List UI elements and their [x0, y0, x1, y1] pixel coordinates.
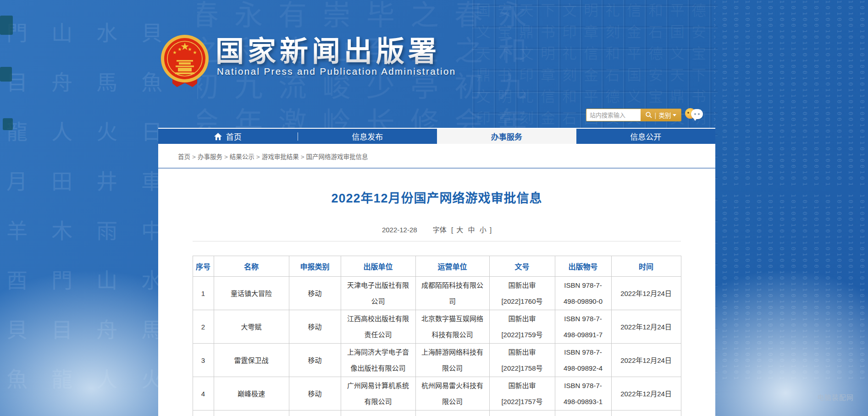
svg-text:★: ★ — [188, 47, 192, 52]
table-cell: 4 — [193, 377, 214, 411]
nav-tab-label: 办事服务 — [491, 131, 522, 142]
nav-tab-label: 首页 — [226, 131, 242, 142]
column-header: 名称 — [214, 256, 289, 277]
column-header: 出版单位 — [341, 256, 415, 277]
search-divider: | — [655, 112, 657, 119]
meta-divider — [193, 241, 681, 241]
national-emblem-icon: ★ ★ ★ ★ ★ — [159, 35, 210, 90]
font-size-large-button[interactable]: 大 — [456, 226, 463, 234]
watermark: 电脑装配网 — [817, 392, 854, 402]
nav-tab-home[interactable]: 首页 — [158, 129, 298, 144]
search-input[interactable] — [586, 109, 641, 121]
site-subtitle: National Press and Publication Administr… — [217, 66, 456, 77]
nav-tab-services[interactable]: 办事服务 — [437, 129, 576, 144]
table-row: 1童话镇大冒险移动天津电子出版社有限 公司成都陌陌科技有限公 司国新出审 [20… — [193, 277, 681, 310]
table-cell: 5 — [193, 411, 214, 416]
table-cell: 大雩赋 — [214, 310, 289, 344]
article-meta: 2022-12-28 字体 [ 大 中 小 ] — [158, 224, 715, 234]
table-cell: 1 — [193, 277, 214, 310]
table-cell: ISBN 978-7- 498-09893-1 — [555, 377, 611, 411]
bracket: [ — [451, 226, 453, 234]
background-tile — [0, 67, 12, 82]
table-cell: 江西高校出版社有限 责任公司 — [341, 310, 415, 344]
table-cell: 成都陌陌科技有限公 司 — [415, 277, 489, 310]
breadcrumb-divider — [158, 168, 715, 169]
table-cell: 国新出审 [2022]1757号 — [489, 377, 555, 411]
table-cell — [214, 411, 289, 416]
table-cell: 上海醉游网络科技有 限公司 — [415, 344, 489, 377]
table-header-row: 序号名称申报类别出版单位运营单位文号出版物号时间 — [193, 256, 681, 277]
table-cell: ISBN 978-7- 498-09890-0 — [555, 277, 611, 310]
table-cell: 国新出审 [2022]1758号 — [489, 344, 555, 377]
column-header: 文号 — [489, 256, 555, 277]
breadcrumb-separator: > — [256, 153, 260, 160]
table-cell: 2022年12月24日 — [611, 344, 681, 377]
table-row: 4巅峰极速移动广州网易计算机系统 有限公司杭州网易雷火科技有 限公司国新出审 [… — [193, 377, 681, 411]
breadcrumb-link[interactable]: 结果公示 — [230, 153, 254, 160]
nav-tab-info-release[interactable]: 信息发布 — [298, 129, 437, 144]
table-cell: 童话镇大冒险 — [214, 277, 289, 310]
publish-date: 2022-12-28 — [382, 226, 417, 234]
table-cell: 雷霆保卫战 — [214, 344, 289, 377]
breadcrumb-link[interactable]: 首页 — [178, 153, 190, 160]
breadcrumb-separator: > — [224, 153, 228, 160]
breadcrumb-separator: > — [301, 153, 304, 160]
category-label: 类别 — [658, 110, 671, 120]
nav-tab-label: 信息公开 — [630, 131, 661, 142]
table-cell: ISBN 978-7- 498-09892-4 — [555, 344, 611, 377]
column-header: 运营单位 — [415, 256, 489, 277]
column-header: 申报类别 — [289, 256, 341, 277]
font-size-medium-button[interactable]: 中 — [468, 226, 475, 234]
table-cell — [611, 411, 681, 416]
wechat-chat-bubble — [691, 109, 703, 119]
table-cell — [489, 411, 555, 416]
table-cell: 2 — [193, 310, 214, 344]
table-cell: 2022年12月24日 — [611, 277, 681, 310]
category-dropdown[interactable]: 类别 — [658, 110, 676, 120]
breadcrumb-link[interactable]: 游戏审批结果 — [262, 153, 299, 160]
table-cell — [555, 411, 611, 416]
background-tile — [0, 16, 13, 35]
table-cell: 移动 — [289, 377, 341, 411]
breadcrumb-separator: > — [192, 153, 196, 160]
table-cell — [341, 411, 415, 416]
breadcrumb-current: 国产网络游戏审批信息 — [306, 153, 368, 160]
wechat-icon[interactable] — [685, 107, 703, 122]
content-panel: 首页>办事服务>结果公示>游戏审批结果>国产网络游戏审批信息 2022年12月份… — [158, 144, 715, 416]
table-row: 2大雩赋移动江西高校出版社有限 责任公司北京数字猫互娱网络 科技有限公司国新出审… — [193, 310, 681, 344]
table-cell: 国新出审 [2022]1759号 — [489, 310, 555, 344]
svg-text:★: ★ — [193, 50, 197, 55]
svg-text:★: ★ — [178, 47, 182, 52]
table-cell: 移动 — [289, 344, 341, 377]
home-icon — [214, 133, 222, 140]
table-cell: 2022年12月24日 — [611, 310, 681, 344]
nav-tab-info-disclosure[interactable]: 信息公开 — [576, 129, 716, 144]
table-cell: 移动 — [289, 277, 341, 310]
site-title: 国家新闻出版署 — [216, 28, 440, 70]
column-header: 出版物号 — [555, 256, 611, 277]
site-logo[interactable]: ★ ★ ★ ★ ★ 国家新闻出版署 National Press and Pub… — [159, 27, 480, 92]
table-cell: 移动 — [289, 310, 341, 344]
main-nav: 首页 信息发布 办事服务 信息公开 — [158, 128, 715, 144]
nav-tab-label: 信息发布 — [352, 131, 383, 142]
table-cell: 广州网易计算机系统 有限公司 — [341, 377, 415, 411]
approval-table: 序号名称申报类别出版单位运营单位文号出版物号时间1童话镇大冒险移动天津电子出版社… — [193, 256, 681, 416]
breadcrumb: 首页>办事服务>结果公示>游戏审批结果>国产网络游戏审批信息 — [178, 152, 715, 161]
chevron-down-icon — [673, 114, 676, 116]
column-header: 时间 — [611, 256, 681, 277]
font-size-label: 字体 — [433, 226, 447, 234]
font-size-small-button[interactable]: 小 — [480, 226, 487, 234]
table-cell: 3 — [193, 344, 214, 377]
column-header: 序号 — [193, 256, 214, 277]
table-cell — [415, 411, 489, 416]
site-search: | 类别 — [586, 109, 681, 121]
table-cell: 上海同济大学电子音 像出版社有限公司 — [341, 344, 415, 377]
search-icon[interactable] — [645, 111, 652, 119]
background-tile — [3, 118, 13, 130]
table-cell: 北京数字猫互娱网络 科技有限公司 — [415, 310, 489, 344]
breadcrumb-link[interactable]: 办事服务 — [198, 153, 222, 160]
table-cell: 巅峰极速 — [214, 377, 289, 411]
table-cell: 杭州网易雷火科技有 限公司 — [415, 377, 489, 411]
background-binary-pattern: 10100101101001011010010110100101 1010010… — [714, 0, 868, 416]
page-title: 2022年12月份国产网络游戏审批信息 — [158, 188, 715, 206]
